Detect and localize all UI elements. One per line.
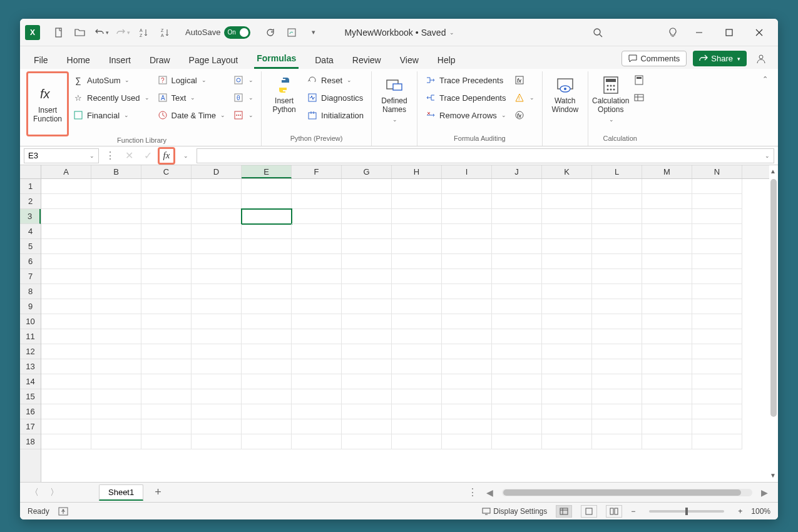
cell-I10[interactable] [442,314,492,329]
vertical-scrollbar[interactable] [770,179,777,417]
cell-B11[interactable] [91,329,141,344]
col-header-I[interactable]: I [442,165,492,178]
cell-K13[interactable] [542,359,592,374]
cell-C4[interactable] [141,224,192,239]
enter-formula-button[interactable]: ✓ [140,148,155,163]
tab-page-layout[interactable]: Page Layout [187,51,241,69]
hscroll-right-icon[interactable]: ▶ [759,488,770,498]
cell-K14[interactable] [542,374,592,389]
row-header-9[interactable]: 9 [20,299,41,314]
cell-D7[interactable] [192,269,242,284]
cell-J15[interactable] [492,389,542,404]
python-diagnostics-button[interactable]: Diagnostics [304,90,366,105]
sheet-tab-1[interactable]: Sheet1 [99,484,143,501]
cell-I16[interactable] [442,404,492,419]
cell-B6[interactable] [91,254,141,269]
cell-D9[interactable] [192,299,242,314]
cell-A6[interactable] [41,254,91,269]
name-box[interactable]: E3 ⌄ [24,148,99,163]
cell-C9[interactable] [141,299,192,314]
cell-E18[interactable] [242,434,292,449]
cell-B2[interactable] [91,194,141,209]
cell-H11[interactable] [392,329,442,344]
cell-I14[interactable] [442,374,492,389]
cell-F3[interactable] [292,209,342,224]
cell-A16[interactable] [41,404,91,419]
cell-E5[interactable] [242,239,292,254]
cell-K4[interactable] [542,224,592,239]
cell-H3[interactable] [392,209,442,224]
maximize-button[interactable] [715,23,743,43]
cell-H17[interactable] [392,419,442,434]
cell-L4[interactable] [592,224,642,239]
normal-view-button[interactable] [556,505,572,518]
cell-D2[interactable] [192,194,242,209]
zoom-level[interactable]: 100% [751,507,770,516]
cell-D3[interactable] [192,209,242,224]
cell-F2[interactable] [292,194,342,209]
sheet-prev-icon[interactable]: 〈 [28,487,41,498]
cell-N13[interactable] [692,359,742,374]
cell-K8[interactable] [542,284,592,299]
cell-G3[interactable] [342,209,392,224]
cell-J16[interactable] [492,404,542,419]
sort-desc-icon[interactable]: ZA [156,24,174,41]
row-header-16[interactable]: 16 [20,404,41,419]
cell-M8[interactable] [642,284,692,299]
cell-C15[interactable] [141,389,192,404]
cell-L6[interactable] [592,254,642,269]
cell-J17[interactable] [492,419,542,434]
cell-H14[interactable] [392,374,442,389]
col-header-L[interactable]: L [592,165,642,178]
cell-K11[interactable] [542,329,592,344]
cell-A2[interactable] [41,194,91,209]
row-header-18[interactable]: 18 [20,434,41,449]
math-trig-button[interactable]: θ⌄ [230,90,256,105]
recently-used-button[interactable]: ☆Recently Used⌄ [70,90,152,105]
cell-B4[interactable] [91,224,141,239]
row-header-15[interactable]: 15 [20,389,41,404]
tab-data[interactable]: Data [312,51,336,69]
cell-F12[interactable] [292,344,342,359]
cell-D12[interactable] [192,344,242,359]
cell-K15[interactable] [542,389,592,404]
cell-I8[interactable] [442,284,492,299]
cell-D16[interactable] [192,404,242,419]
row-header-1[interactable]: 1 [20,179,41,194]
add-sheet-button[interactable]: + [150,486,166,499]
tab-view[interactable]: View [397,51,421,69]
cell-K5[interactable] [542,239,592,254]
row-header-10[interactable]: 10 [20,314,41,329]
cell-N15[interactable] [692,389,742,404]
col-header-C[interactable]: C [141,165,192,178]
cell-G6[interactable] [342,254,392,269]
qat-overflow-icon[interactable]: ▾ [304,24,322,41]
cell-K1[interactable] [542,179,592,194]
tab-formulas[interactable]: Formulas [254,49,299,69]
cell-E12[interactable] [242,344,292,359]
lightbulb-icon[interactable] [664,24,682,41]
accessibility-icon[interactable] [58,507,68,516]
col-header-G[interactable]: G [342,165,392,178]
cell-F18[interactable] [292,434,342,449]
cell-L11[interactable] [592,329,642,344]
cell-C8[interactable] [141,284,192,299]
select-all-corner[interactable] [20,165,41,179]
cell-N16[interactable] [692,404,742,419]
cell-A9[interactable] [41,299,91,314]
cell-L16[interactable] [592,404,642,419]
cell-A1[interactable] [41,179,91,194]
cell-H6[interactable] [392,254,442,269]
cell-J2[interactable] [492,194,542,209]
cell-A7[interactable] [41,269,91,284]
zoom-slider[interactable] [649,510,724,513]
cell-E10[interactable] [242,314,292,329]
cell-B9[interactable] [91,299,141,314]
cell-L12[interactable] [592,344,642,359]
cell-N14[interactable] [692,374,742,389]
cell-J11[interactable] [492,329,542,344]
cell-C3[interactable] [141,209,192,224]
cell-A8[interactable] [41,284,91,299]
cell-H16[interactable] [392,404,442,419]
cell-F9[interactable] [292,299,342,314]
